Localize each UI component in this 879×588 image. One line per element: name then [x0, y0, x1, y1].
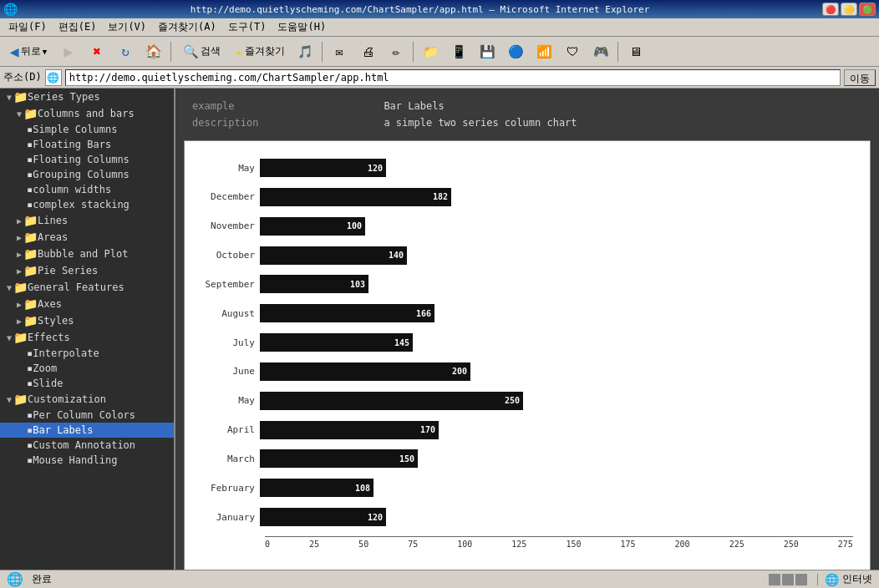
bar-track: 108: [260, 479, 853, 497]
window-controls[interactable]: 🔴 🟡 🟢: [822, 3, 876, 16]
bluetooth-icon: 🔵: [508, 44, 524, 59]
window-title: http://demo.quietlyscheming.com/ChartSam…: [18, 4, 822, 15]
bluetooth-button[interactable]: 🔵: [502, 39, 529, 64]
sidebar-item-label: General Features: [28, 281, 124, 293]
media-button[interactable]: 🎵: [292, 39, 318, 64]
game-button[interactable]: 🎮: [587, 39, 614, 64]
address-label: 주소(D): [3, 70, 42, 84]
file-icon: ▪: [27, 424, 33, 436]
menu-tools[interactable]: 도구(T): [223, 18, 272, 36]
sidebar-item-slide[interactable]: ▪ Slide: [0, 376, 174, 391]
file-icon: ▪: [27, 199, 33, 210]
sidebar-item-bar-labels[interactable]: ▪ Bar Labels: [0, 423, 174, 438]
sidebar-item-interpolate[interactable]: ▪ Interpolate: [0, 346, 174, 361]
file-icon: ▪: [27, 439, 33, 451]
refresh-button[interactable]: ↻: [112, 39, 139, 64]
sidebar-item-grouping-columns[interactable]: ▪ Grouping Columns: [0, 167, 174, 182]
sidebar-item-lines[interactable]: ▶ 📁 Lines: [0, 212, 174, 229]
menu-favorites[interactable]: 즐겨찾기(A): [153, 18, 221, 36]
wifi-button[interactable]: 📶: [531, 39, 557, 64]
maximize-button[interactable]: 🟡: [841, 3, 857, 16]
address-input[interactable]: [65, 69, 841, 86]
mail-button[interactable]: ✉: [326, 39, 353, 64]
sidebar-item-bubble-plot[interactable]: ▶ 📁 Bubble and Plot: [0, 246, 174, 262]
print-icon: 🖨: [362, 44, 374, 59]
sidebar-item-label: Columns and bars: [38, 108, 135, 119]
file-icon: ▪: [27, 139, 33, 150]
stop-button[interactable]: ✖: [84, 39, 110, 64]
extra-icon: 🖥: [629, 44, 642, 59]
sidebar-item-mouse-handling[interactable]: ▪ Mouse Handling: [0, 453, 174, 468]
extra-button[interactable]: 🖥: [622, 39, 648, 64]
bar-label: October: [201, 250, 260, 261]
home-icon: 🏠: [145, 43, 162, 59]
sidebar-item-column-widths[interactable]: ▪ column widths: [0, 182, 174, 197]
bar-track: 103: [260, 275, 853, 293]
content-area: example Bar Labels description a simple …: [175, 89, 879, 586]
edit-button[interactable]: ✏: [383, 39, 409, 64]
sidebar-item-pie-series[interactable]: ▶ 📁 Pie Series: [0, 262, 174, 279]
sidebar-item-floating-bars[interactable]: ▪ Floating Bars: [0, 137, 174, 152]
bar-track: 250: [260, 392, 853, 410]
folder-icon: 📁: [23, 214, 38, 227]
sidebar-item-complex-stacking[interactable]: ▪ complex stacking: [0, 197, 174, 212]
security-button[interactable]: 🛡: [559, 39, 586, 64]
sidebar-item-effects[interactable]: ▼ 📁 Effects: [0, 329, 174, 346]
info-table: example Bar Labels description a simple …: [184, 97, 871, 132]
sidebar-item-label: column widths: [33, 184, 111, 195]
bar-label: August: [201, 308, 260, 319]
favorites-button[interactable]: ★ 즐겨찾기: [230, 39, 290, 64]
sidebar-item-areas[interactable]: ▶ 📁 Areas: [0, 229, 174, 246]
file-icon: ▪: [27, 154, 33, 165]
bar-row: September 103: [201, 275, 853, 293]
sidebar-item-floating-columns[interactable]: ▪ Floating Columns: [0, 152, 174, 167]
reader-button[interactable]: 📱: [445, 39, 472, 64]
go-button[interactable]: 이동: [844, 69, 876, 86]
x-tick: 25: [309, 540, 319, 549]
menu-edit[interactable]: 편집(E): [53, 18, 102, 36]
home-button[interactable]: 🏠: [140, 39, 167, 64]
sidebar-item-label: Floating Bars: [33, 139, 111, 150]
menu-view[interactable]: 보기(V): [103, 18, 151, 36]
close-button[interactable]: 🟢: [859, 3, 876, 16]
sidebar-item-custom-annotation[interactable]: ▪ Custom Annotation: [0, 438, 174, 453]
x-tick: 75: [408, 540, 418, 549]
bar-label: May: [201, 395, 260, 406]
media-icon: 🎵: [297, 44, 313, 59]
sidebar-item-general-features[interactable]: ▼ 📁 General Features: [0, 279, 174, 296]
search-button[interactable]: 🔍 검색: [175, 39, 228, 64]
disk-button[interactable]: 💾: [474, 39, 500, 64]
sidebar-item-series-types[interactable]: ▼ 📁 Series Types: [0, 89, 174, 105]
folder-button[interactable]: 📁: [417, 39, 444, 64]
sidebar-item-per-column-colors[interactable]: ▪ Per Column Colors: [0, 408, 174, 423]
separator-2: [322, 42, 323, 62]
sidebar-item-label: complex stacking: [33, 199, 130, 210]
bar-row: January 120: [201, 508, 853, 526]
sidebar-item-columns-bars[interactable]: ▼ 📁 Columns and bars: [0, 105, 174, 122]
menu-file[interactable]: 파일(F): [3, 18, 52, 36]
back-dropdown-icon[interactable]: ▼: [43, 48, 47, 56]
sidebar-item-styles[interactable]: ▶ 📁 Styles: [0, 312, 174, 329]
folder-icon: 📁: [13, 393, 28, 406]
sidebar-item-label: Zoom: [33, 362, 57, 374]
sidebar-item-simple-columns[interactable]: ▪ Simple Columns: [0, 122, 174, 137]
file-icon: ▪: [27, 362, 33, 374]
bar-fill: 170: [260, 421, 439, 439]
bar-fill: 140: [260, 246, 407, 265]
print-button[interactable]: 🖨: [354, 39, 381, 64]
refresh-icon: ↻: [121, 43, 130, 59]
sidebar-item-customization[interactable]: ▼ 📁 Customization: [0, 391, 174, 408]
bar-fill: 150: [260, 449, 418, 468]
back-button[interactable]: ◀ 뒤로 ▼: [3, 39, 53, 64]
sidebar-item-label: Areas: [38, 231, 68, 243]
wifi-icon: 📶: [536, 44, 552, 59]
menu-help[interactable]: 도움말(H): [272, 18, 331, 36]
bar-value: 200: [452, 367, 470, 376]
sidebar-item-axes[interactable]: ▶ 📁 Axes: [0, 296, 174, 312]
arrow-icon: ▼: [7, 333, 12, 342]
forward-button[interactable]: ▶: [55, 39, 82, 64]
minimize-button[interactable]: 🔴: [822, 3, 839, 16]
sidebar-item-zoom[interactable]: ▪ Zoom: [0, 361, 174, 376]
bar-label: September: [201, 279, 260, 290]
sidebar-item-label: Interpolate: [33, 347, 99, 359]
